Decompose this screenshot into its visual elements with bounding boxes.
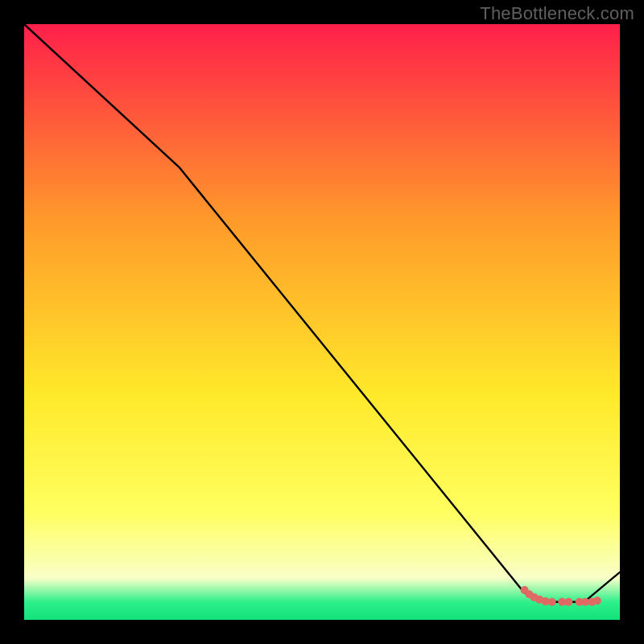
plot-area <box>24 24 620 620</box>
marker-dot <box>564 598 572 606</box>
chart-svg <box>24 24 620 620</box>
marker-dot <box>548 598 556 606</box>
gradient-background <box>24 24 620 620</box>
marker-dot <box>593 597 601 605</box>
chart-frame: TheBottleneck.com <box>0 0 644 644</box>
watermark-text: TheBottleneck.com <box>480 3 634 24</box>
